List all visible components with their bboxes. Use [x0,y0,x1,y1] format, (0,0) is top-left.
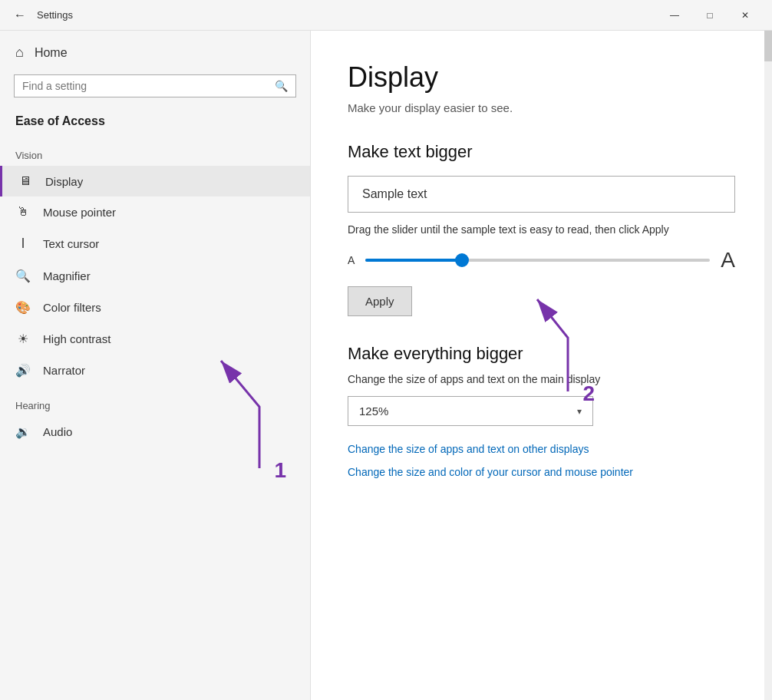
slider-large-a: A [721,248,735,272]
home-label: Home [35,46,68,60]
sidebar-item-color-filters[interactable]: 🎨 Color filters [0,292,310,323]
minimize-button[interactable]: — [657,3,692,28]
ease-of-access-heading: Ease of Access [0,108,310,139]
sidebar-item-audio[interactable]: 🔉 Audio [0,416,310,447]
sidebar-item-mouse-pointer[interactable]: 🖱 Mouse pointer [0,196,310,227]
size-dropdown[interactable]: 125% ▾ [348,396,593,426]
text-cursor-icon: I [15,236,31,252]
high-contrast-icon: ☀ [15,332,31,346]
text-size-slider-row: A A [348,248,735,272]
display-label: Display [45,175,83,188]
high-contrast-label: High contrast [43,332,111,345]
color-filters-icon: 🎨 [15,300,31,315]
magnifier-label: Magnifier [43,269,91,282]
audio-label: Audio [43,425,72,438]
dropdown-arrow-icon: ▾ [577,406,582,417]
search-input[interactable] [22,80,269,92]
slider-small-a: A [348,254,355,266]
main-content: ⌂ Home 🔍 Ease of Access Vision 🖥 Display [0,31,772,700]
display-icon: 🖥 [18,174,33,188]
sidebar: ⌂ Home 🔍 Ease of Access Vision 🖥 Display [0,31,311,700]
sample-text-box: Sample text [348,176,735,213]
sidebar-item-display[interactable]: 🖥 Display [0,166,310,196]
window-controls: — □ ✕ [657,3,763,28]
close-button[interactable]: ✕ [727,3,763,28]
color-filters-label: Color filters [43,301,101,314]
hearing-section-label: Hearing [0,386,310,416]
sidebar-item-magnifier[interactable]: 🔍 Magnifier [0,260,310,292]
sidebar-item-text-cursor[interactable]: I Text cursor [0,227,310,260]
main-panel: Display Make your display easier to see.… [311,31,772,700]
narrator-label: Narrator [43,364,85,377]
mouse-pointer-label: Mouse pointer [43,206,116,219]
page-subtitle: Make your display easier to see. [348,101,735,114]
cursor-color-link[interactable]: Change the size and color of your cursor… [348,466,735,478]
vision-section-label: Vision [0,139,310,166]
narrator-icon: 🔊 [15,363,31,378]
apply-button[interactable]: Apply [348,286,412,316]
text-size-slider-track[interactable] [365,259,710,262]
page-title: Display [348,61,735,94]
settings-window: ← Settings — □ ✕ ⌂ Home 🔍 Ease of Acce [0,0,772,700]
sidebar-item-high-contrast[interactable]: ☀ High contrast [0,323,310,355]
sidebar-item-narrator[interactable]: 🔊 Narrator [0,355,310,386]
window-title: Settings [37,9,657,21]
main-scrollbar[interactable] [764,31,772,700]
maximize-button[interactable]: □ [692,3,727,28]
scrollbar-thumb[interactable] [764,31,772,61]
slider-thumb[interactable] [455,253,469,267]
search-area: 🔍 [0,74,310,108]
home-icon: ⌂ [15,45,24,61]
other-displays-link[interactable]: Change the size of apps and text on othe… [348,443,735,455]
make-everything-bigger-heading: Make everything bigger [348,344,735,364]
search-box[interactable]: 🔍 [14,74,296,97]
magnifier-icon: 🔍 [15,269,31,283]
text-cursor-label: Text cursor [43,237,99,250]
audio-icon: 🔉 [15,424,31,439]
back-button[interactable]: ← [9,5,31,26]
search-icon: 🔍 [275,80,288,92]
sidebar-nav: Vision 🖥 Display 🖱 Mouse pointer I Text … [0,139,310,700]
make-text-bigger-heading: Make text bigger [348,142,735,162]
slider-fill [365,259,462,262]
slider-description: Drag the slider until the sample text is… [348,223,735,236]
title-bar: ← Settings — □ ✕ [0,0,772,31]
home-nav-item[interactable]: ⌂ Home [0,31,310,74]
mouse-pointer-icon: 🖱 [15,205,31,219]
bigger-desc: Change the size of apps and text on the … [348,373,735,385]
dropdown-value: 125% [359,404,388,418]
